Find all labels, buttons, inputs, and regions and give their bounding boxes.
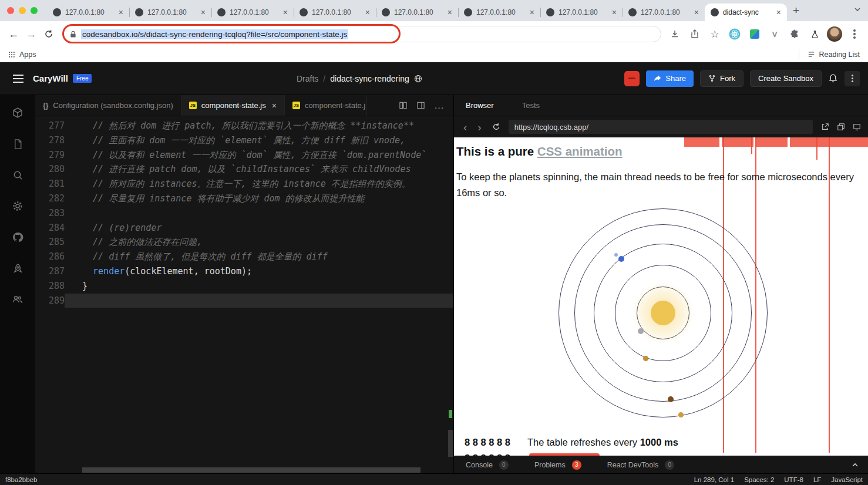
tab-tests[interactable]: Tests: [522, 101, 540, 110]
header-menu-kebab-icon[interactable]: [845, 71, 860, 86]
responsive-preview-icon[interactable]: [853, 123, 861, 131]
console-item-badge: 3: [572, 460, 581, 470]
console-bar-item[interactable]: Problems 3: [534, 460, 581, 470]
preview-refresh-icon[interactable]: [490, 123, 503, 131]
main-area: {} Configuration (sandbox.config.json) J…: [0, 95, 868, 473]
tab-label: Configuration (sandbox.config.json): [53, 101, 173, 110]
tab-close-icon[interactable]: ×: [200, 8, 207, 17]
address-bar[interactable]: codesandbox.io/s/didact-sync-rendering-t…: [62, 26, 661, 42]
tab-browser[interactable]: Browser: [466, 101, 494, 110]
tab-title: 127.0.0.1:80: [476, 8, 524, 16]
notifications-bell-icon[interactable]: [828, 73, 838, 83]
explorer-icon[interactable]: [8, 134, 27, 153]
settings-gear-icon[interactable]: [8, 197, 27, 215]
new-window-icon[interactable]: [837, 123, 845, 131]
preview-url-field[interactable]: https://tcqloq.csb.app/: [509, 120, 813, 134]
live-users-icon[interactable]: [8, 290, 27, 309]
code-line: 285 // 之前的做法还存在问题,: [35, 235, 453, 250]
planet: [614, 253, 618, 257]
tab-close-icon[interactable]: ×: [117, 8, 125, 17]
install-download-icon[interactable]: [666, 25, 684, 43]
tab-search-chevron-icon[interactable]: [854, 6, 861, 13]
code-area[interactable]: 277 // 然后对 dom 进行 patch, 所以我们需要引入一个新的概念 …: [35, 116, 453, 473]
globe-privacy-icon[interactable]: [414, 75, 422, 83]
code-line: 281 // 所对应的 instances。注意一下, 这里的 instance…: [35, 177, 453, 191]
tab-label: component-state.js: [201, 101, 266, 110]
tab-close-icon[interactable]: ×: [611, 8, 618, 17]
deployment-rocket-icon[interactable]: [8, 259, 27, 278]
tab-title: 127.0.0.1:80: [65, 8, 113, 16]
activity-bar: [0, 95, 35, 473]
tab-close-icon[interactable]: ×: [364, 8, 371, 17]
browser-tab[interactable]: 127.0.0.1:80 ×: [47, 4, 129, 21]
share-icon[interactable]: [686, 25, 704, 43]
browser-tab[interactable]: 127.0.0.1:80 ×: [458, 4, 540, 21]
horizontal-scrollbar[interactable]: [82, 467, 420, 473]
tab-close-icon[interactable]: ×: [529, 8, 536, 17]
browser-tab[interactable]: 127.0.0.1:80 ×: [540, 4, 623, 21]
minimize-window-button[interactable]: [19, 7, 26, 14]
browser-tab[interactable]: 127.0.0.1:80 ×: [623, 4, 705, 21]
site-favicon: [53, 8, 61, 16]
preview-nav-bar: ‹ › https://tcqloq.csb.app/: [454, 116, 868, 137]
open-external-icon[interactable]: [821, 123, 829, 131]
browser-tab[interactable]: 127.0.0.1:80 ×: [376, 4, 458, 21]
browser-tab[interactable]: 127.0.0.1:80 ×: [294, 4, 376, 21]
menu-hamburger-icon[interactable]: [13, 75, 23, 83]
react-devtools-extension-icon[interactable]: [726, 25, 743, 43]
sandbox-title[interactable]: didact-sync-rendering: [330, 74, 409, 83]
console-item-badge: 0: [665, 460, 674, 470]
console-item-label: Problems: [534, 461, 566, 469]
share-button[interactable]: Share: [646, 70, 694, 87]
zoom-window-button[interactable]: [31, 7, 38, 14]
bookmark-star-icon[interactable]: ☆: [706, 25, 724, 43]
preview-back-icon[interactable]: ‹: [461, 122, 469, 133]
overview-ruler-marker: [449, 410, 452, 418]
extensions-puzzle-icon[interactable]: [786, 25, 803, 43]
close-window-button[interactable]: [7, 7, 14, 14]
back-button[interactable]: ←: [5, 25, 22, 43]
console-collapse-chevron-icon[interactable]: [852, 462, 868, 469]
tab-configuration[interactable]: {} Configuration (sandbox.config.json): [35, 95, 181, 116]
split-editor-icon[interactable]: [399, 101, 408, 110]
browser-tab[interactable]: 127.0.0.1:80 ×: [129, 4, 211, 21]
breadcrumb-folder[interactable]: Drafts: [297, 74, 318, 83]
braces-icon: {}: [43, 102, 48, 110]
new-tab-button[interactable]: +: [787, 0, 805, 21]
fork-button[interactable]: Fork: [700, 70, 743, 87]
profile-avatar[interactable]: [826, 25, 843, 43]
apps-shortcut[interactable]: Apps: [8, 50, 36, 59]
console-bar-item[interactable]: React DevTools 0: [607, 460, 675, 470]
padlock-icon[interactable]: [70, 31, 76, 38]
tab-component-state[interactable]: JS component-state.js ×: [181, 95, 285, 116]
user-name[interactable]: CaryWill: [33, 73, 68, 83]
line-number: 288: [35, 279, 65, 294]
create-sandbox-button[interactable]: Create Sandbox: [750, 70, 822, 87]
browser-tab[interactable]: didact-sync ×: [705, 4, 787, 21]
window-controls: [7, 7, 38, 14]
tab-close-icon[interactable]: ×: [693, 8, 700, 17]
tab-component-state-2[interactable]: JS component-state.j: [285, 95, 367, 116]
tab-close-icon[interactable]: ×: [775, 8, 782, 17]
reload-button[interactable]: [40, 25, 58, 43]
preview-forward-icon[interactable]: ›: [475, 122, 483, 133]
vertical-scrollbar[interactable]: [448, 430, 453, 457]
extension-colorful-icon[interactable]: [746, 25, 763, 43]
url-text[interactable]: codesandbox.io/s/didact-sync-rendering-t…: [81, 29, 348, 39]
browser-menu-kebab-icon[interactable]: [846, 25, 863, 43]
search-icon[interactable]: [8, 166, 27, 184]
code-text: // 然后对 dom 进行 patch, 所以我们需要引入一个新的概念 **in…: [65, 119, 453, 133]
vue-devtools-extension-icon[interactable]: V: [766, 25, 783, 43]
project-icon[interactable]: [8, 103, 27, 122]
tab-close-icon[interactable]: ×: [282, 8, 289, 17]
tab-close-icon[interactable]: ×: [272, 101, 277, 110]
tab-close-icon[interactable]: ×: [446, 8, 453, 17]
browser-tab[interactable]: 127.0.0.1:80 ×: [211, 4, 294, 21]
github-icon[interactable]: [8, 228, 27, 247]
open-preview-icon[interactable]: [416, 101, 425, 110]
line-number: 286: [35, 250, 65, 264]
forward-button[interactable]: →: [22, 25, 40, 43]
reading-list-button[interactable]: Reading List: [799, 49, 860, 60]
console-bar-item[interactable]: Console 0: [466, 460, 509, 470]
flask-extension-icon[interactable]: [806, 25, 823, 43]
